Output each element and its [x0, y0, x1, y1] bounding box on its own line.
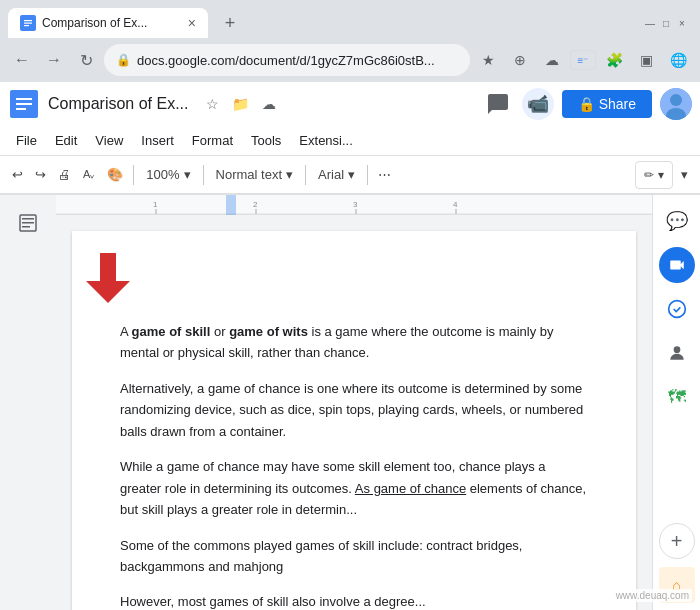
svg-text:3: 3	[353, 200, 358, 209]
svg-rect-25	[100, 253, 116, 281]
docs-app-icon	[8, 88, 40, 120]
main-area: 1 2 3 4	[0, 195, 700, 610]
tasks-icon	[667, 299, 687, 319]
refresh-button[interactable]: ↻	[72, 46, 100, 74]
user-avatar[interactable]	[660, 88, 692, 120]
meet-sidebar-button[interactable]	[659, 247, 695, 283]
menu-extensions[interactable]: Extensi...	[291, 129, 360, 152]
svg-point-9	[670, 94, 682, 106]
edit-mode-button[interactable]: ✏ ▾	[635, 161, 673, 189]
meet-button[interactable]: 📹	[522, 88, 554, 120]
svg-text:1: 1	[153, 200, 158, 209]
download-icon[interactable]: ⊕	[506, 46, 534, 74]
address-input[interactable]: 🔒 docs.google.com/document/d/1gycZ7mGc86…	[104, 44, 470, 76]
chat-icon	[486, 92, 510, 116]
redo-button[interactable]: ↪	[31, 161, 50, 189]
more-options-button[interactable]: ⋯	[374, 161, 395, 189]
tab-close-icon[interactable]: ×	[188, 15, 196, 31]
menu-view[interactable]: View	[87, 129, 131, 152]
sidebar-left	[0, 195, 56, 610]
pencil-icon: ✏	[644, 168, 654, 182]
lock-icon: 🔒	[116, 53, 131, 67]
address-bar: ← → ↻ 🔒 docs.google.com/document/d/1gycZ…	[0, 38, 700, 82]
paint-format-button[interactable]: 🎨	[103, 161, 127, 189]
bold-text-wits: game of wits	[229, 324, 308, 339]
svg-point-27	[668, 301, 685, 318]
docs-icon	[10, 90, 38, 118]
paragraph-5: However, most games of skill also involv…	[120, 591, 588, 610]
spell-check-button[interactable]: Aᵥ	[79, 161, 99, 189]
star-button[interactable]: ☆	[201, 92, 225, 116]
docs-favicon-icon	[22, 17, 34, 29]
doc-toolbar: Comparison of Ex... ☆ 📁 ☁ 📹 🔒 Share	[0, 82, 700, 195]
forward-button[interactable]: →	[40, 46, 68, 74]
chat-button[interactable]	[482, 88, 514, 120]
add-apps-button[interactable]: +	[659, 523, 695, 559]
undo-button[interactable]: ↩	[8, 161, 27, 189]
share-button[interactable]: 🔒 Share	[562, 90, 652, 118]
maximize-button[interactable]: □	[660, 17, 672, 29]
ext3-icon[interactable]: ▣	[632, 46, 660, 74]
zoom-dropdown[interactable]: 100% ▾	[140, 161, 196, 189]
svg-rect-1	[24, 20, 32, 21]
doc-title: Comparison of Ex...	[48, 95, 189, 113]
close-window-button[interactable]: ×	[676, 17, 688, 29]
ruler-svg: 1 2 3 4	[56, 195, 652, 215]
menu-tools[interactable]: Tools	[243, 129, 289, 152]
back-button[interactable]: ←	[8, 46, 36, 74]
menu-insert[interactable]: Insert	[133, 129, 182, 152]
contacts-icon	[667, 343, 687, 363]
menu-file[interactable]: File	[8, 129, 45, 152]
contacts-button[interactable]	[659, 335, 695, 371]
doc-header: Comparison of Ex... ☆ 📁 ☁ 📹 🔒 Share	[0, 82, 700, 126]
tasks-button[interactable]	[659, 291, 695, 327]
svg-point-28	[673, 346, 680, 353]
svg-rect-12	[22, 218, 34, 220]
font-arrow-icon: ▾	[348, 167, 355, 182]
svg-marker-26	[86, 281, 130, 303]
document-page[interactable]: A game of skill or game of wits is a gam…	[72, 231, 636, 610]
active-tab[interactable]: Comparison of Ex... ×	[8, 8, 208, 38]
style-value: Normal text	[216, 167, 282, 182]
print-button[interactable]: 🖨	[54, 161, 75, 189]
svg-text:4: 4	[453, 200, 458, 209]
bookmark-icon[interactable]: ★	[474, 46, 502, 74]
svg-text:2: 2	[253, 200, 258, 209]
menu-edit[interactable]: Edit	[47, 129, 85, 152]
bold-text-skill: game of skill	[132, 324, 211, 339]
format-bar: ↩ ↪ 🖨 Aᵥ 🎨 100% ▾ Normal text ▾ Arial ▾ …	[0, 156, 700, 194]
separator-1	[133, 165, 134, 185]
chat-sidebar-button[interactable]: 💬	[659, 203, 695, 239]
menu-format[interactable]: Format	[184, 129, 241, 152]
tab-bar: Comparison of Ex... × + — □ ×	[0, 0, 700, 38]
svg-rect-14	[22, 226, 30, 228]
collapse-button[interactable]: ▾	[677, 161, 692, 189]
new-tab-button[interactable]: +	[216, 9, 244, 37]
avatar-image	[660, 88, 692, 120]
svg-rect-24	[226, 195, 236, 215]
separator-3	[305, 165, 306, 185]
doc-area: 1 2 3 4	[56, 195, 652, 610]
ext4-icon[interactable]: 🌐	[664, 46, 692, 74]
edit-arrow-icon: ▾	[658, 168, 664, 182]
window-controls: — □ ×	[644, 17, 692, 29]
svg-rect-13	[22, 222, 34, 224]
pages-panel-button[interactable]	[8, 203, 48, 243]
separator-4	[367, 165, 368, 185]
style-dropdown[interactable]: Normal text ▾	[210, 161, 299, 189]
maps-button[interactable]: 🗺	[659, 379, 695, 415]
svg-rect-2	[24, 23, 32, 24]
move-button[interactable]: 📁	[229, 92, 253, 116]
cloud-icon[interactable]: ☁	[538, 46, 566, 74]
svg-rect-6	[16, 103, 32, 105]
collab-icons: 📹	[482, 88, 554, 120]
font-dropdown[interactable]: Arial ▾	[312, 161, 361, 189]
ext2-icon[interactable]: 🧩	[600, 46, 628, 74]
down-arrow-icon	[86, 253, 130, 303]
minimize-button[interactable]: —	[644, 17, 656, 29]
underline-text-as-game: As game of chance	[355, 481, 466, 496]
url-text: docs.google.com/document/d/1gycZ7mGc86i0…	[137, 53, 458, 68]
svg-rect-3	[24, 25, 29, 26]
ext1-icon[interactable]: ≡⁻	[570, 50, 596, 70]
share-label: Share	[599, 96, 636, 112]
